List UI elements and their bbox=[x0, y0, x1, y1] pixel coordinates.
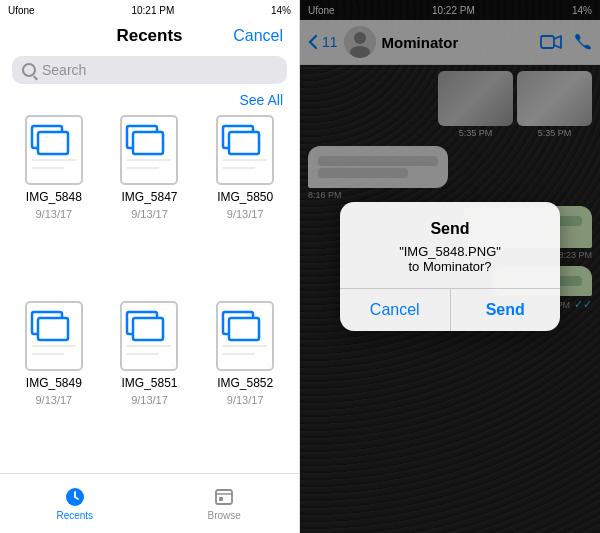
left-time: 10:21 PM bbox=[131, 5, 174, 16]
right-panel: Ufone 10:22 PM 14% 11 Mominator bbox=[300, 0, 600, 533]
file-name: IMG_5850 bbox=[217, 190, 273, 204]
file-grid: IMG_5848 9/13/17 IMG_5847 9/13/17 bbox=[0, 114, 299, 473]
file-name: IMG_5852 bbox=[217, 376, 273, 390]
dialog-content: Send "IMG_5848.PNG" to Mominator? bbox=[340, 202, 560, 288]
svg-rect-35 bbox=[219, 497, 223, 501]
file-date: 9/13/17 bbox=[35, 394, 72, 406]
search-bar[interactable]: Search bbox=[12, 56, 287, 84]
dialog-message: "IMG_5848.PNG" to Mominator? bbox=[356, 244, 544, 274]
recents-icon bbox=[64, 486, 86, 508]
recents-title: Recents bbox=[116, 26, 182, 46]
svg-rect-12 bbox=[229, 132, 259, 154]
file-date: 9/13/17 bbox=[227, 208, 264, 220]
file-icon bbox=[24, 300, 84, 372]
file-date: 9/13/17 bbox=[35, 208, 72, 220]
left-battery: 14% bbox=[271, 5, 291, 16]
see-all-row: See All bbox=[0, 92, 299, 114]
file-item[interactable]: IMG_5850 9/13/17 bbox=[203, 114, 287, 288]
left-header: Recents Cancel bbox=[0, 20, 299, 52]
svg-rect-7 bbox=[133, 132, 163, 154]
file-item[interactable]: IMG_5849 9/13/17 bbox=[12, 300, 96, 474]
file-icon bbox=[119, 114, 179, 186]
left-carrier: Ufone bbox=[8, 5, 35, 16]
file-item[interactable]: IMG_5851 9/13/17 bbox=[108, 300, 192, 474]
confirmation-dialog: Send "IMG_5848.PNG" to Mominator? Cancel… bbox=[340, 202, 560, 331]
svg-rect-33 bbox=[216, 490, 232, 504]
file-date: 9/13/17 bbox=[227, 394, 264, 406]
file-date: 9/13/17 bbox=[131, 208, 168, 220]
file-name: IMG_5849 bbox=[26, 376, 82, 390]
search-icon bbox=[22, 63, 36, 77]
left-panel: Ufone 10:21 PM 14% Recents Cancel Search… bbox=[0, 0, 300, 533]
dialog-actions: Cancel Send bbox=[340, 288, 560, 331]
svg-rect-22 bbox=[133, 318, 163, 340]
svg-rect-2 bbox=[38, 132, 68, 154]
dialog-send-button[interactable]: Send bbox=[451, 289, 561, 331]
file-name: IMG_5848 bbox=[26, 190, 82, 204]
file-icon bbox=[215, 114, 275, 186]
file-name: IMG_5851 bbox=[121, 376, 177, 390]
recents-tab-label: Recents bbox=[56, 510, 93, 521]
see-all-link[interactable]: See All bbox=[239, 92, 283, 108]
svg-rect-27 bbox=[229, 318, 259, 340]
dialog-recipient: to Mominator? bbox=[408, 259, 491, 274]
dialog-cancel-button[interactable]: Cancel bbox=[340, 289, 451, 331]
file-name: IMG_5847 bbox=[121, 190, 177, 204]
browse-icon bbox=[213, 486, 235, 508]
file-date: 9/13/17 bbox=[131, 394, 168, 406]
tab-recents[interactable]: Recents bbox=[0, 486, 150, 521]
cancel-button[interactable]: Cancel bbox=[233, 27, 283, 45]
left-status-bar: Ufone 10:21 PM 14% bbox=[0, 0, 299, 20]
tab-browse[interactable]: Browse bbox=[150, 486, 300, 521]
file-icon bbox=[119, 300, 179, 372]
file-item[interactable]: IMG_5847 9/13/17 bbox=[108, 114, 192, 288]
file-item[interactable]: IMG_5852 9/13/17 bbox=[203, 300, 287, 474]
search-placeholder: Search bbox=[42, 62, 86, 78]
file-item[interactable]: IMG_5848 9/13/17 bbox=[12, 114, 96, 288]
file-icon bbox=[24, 114, 84, 186]
file-icon bbox=[215, 300, 275, 372]
svg-rect-17 bbox=[38, 318, 68, 340]
tab-bar: Recents Browse bbox=[0, 473, 299, 533]
dialog-title: Send bbox=[356, 220, 544, 238]
browse-tab-label: Browse bbox=[208, 510, 241, 521]
dialog-overlay: Send "IMG_5848.PNG" to Mominator? Cancel… bbox=[300, 0, 600, 533]
dialog-filename: "IMG_5848.PNG" bbox=[399, 244, 501, 259]
